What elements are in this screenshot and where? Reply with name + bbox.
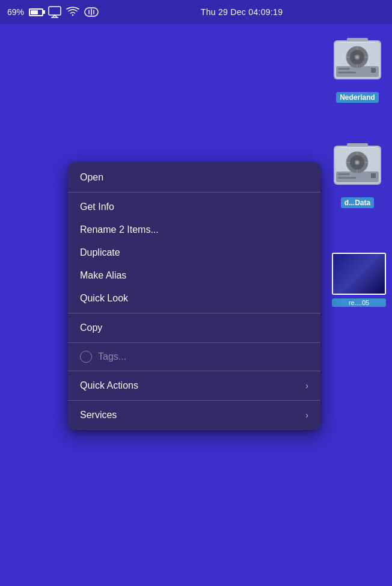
menu-rename[interactable]: Rename 2 Items... [68,218,320,241]
separator-1 [68,192,320,193]
tags-label[interactable]: Tags... [98,351,126,362]
svg-point-12 [356,56,358,58]
menu-services[interactable]: Services › [68,404,320,427]
toggle-icon [84,7,99,17]
wallpaper-preview [333,254,385,294]
svg-rect-20 [347,38,368,42]
desktop-hdd2[interactable]: d...Data [329,138,386,208]
menu-duplicate[interactable]: Duplicate [68,241,320,264]
svg-rect-17 [338,68,350,70]
hdd1-label: Nederland [336,92,379,103]
wifi-icon [66,7,79,17]
menu-quick-actions[interactable]: Quick Actions › [68,374,320,397]
quick-actions-arrow: › [305,381,308,390]
svg-rect-33 [338,177,356,179]
monitor-icon [48,6,61,18]
tags-row: Tags... [68,346,320,368]
menu-make-alias[interactable]: Make Alias [68,264,320,287]
svg-rect-18 [338,72,356,73]
wallpaper-thumbnail[interactable] [332,253,386,295]
battery-icon [29,8,43,16]
separator-4 [68,371,320,371]
battery-percent: 69% [7,7,24,17]
svg-point-27 [356,161,358,164]
menubar: 69% Thu 29 Dec 04:09:19 [0,0,392,24]
services-arrow: › [305,410,308,420]
menu-copy[interactable]: Copy [68,316,320,339]
menubar-left: 69% [7,6,99,18]
svg-rect-34 [371,173,376,178]
wallpaper-label: re....05 [332,298,386,307]
menu-quick-look[interactable]: Quick Look [68,287,320,310]
separator-5 [68,400,320,401]
hdd1-icon [329,33,386,90]
menu-get-info[interactable]: Get Info [68,196,320,218]
svg-rect-32 [338,173,350,175]
separator-2 [68,313,320,313]
svg-rect-35 [347,143,368,147]
desktop-hdd1[interactable]: Nederland [329,33,386,103]
svg-rect-19 [371,68,376,73]
context-menu: Open Get Info Rename 2 Items... Duplicat… [68,162,320,430]
hdd2-icon [329,138,386,196]
hdd2-label: d...Data [341,197,374,208]
separator-3 [68,342,320,343]
tag-color-circle[interactable] [80,351,92,363]
menu-open[interactable]: Open [68,166,320,189]
svg-rect-0 [49,7,61,15]
menubar-datetime: Thu 29 Dec 04:09:19 [201,7,283,17]
